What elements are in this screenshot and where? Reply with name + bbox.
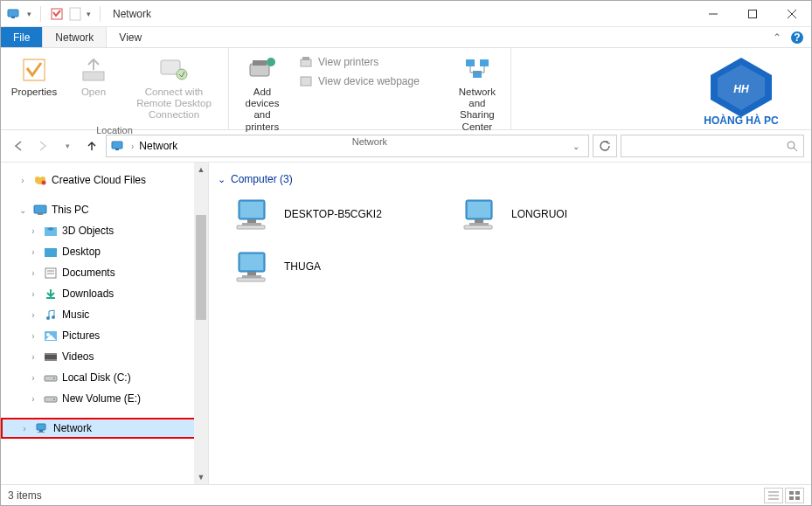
- tree-item-local-disk-c-[interactable]: ›Local Disk (C:): [1, 367, 208, 388]
- ribbon: Properties Open Connect with Remote Desk…: [1, 48, 811, 130]
- computer-longruoi[interactable]: LONGRUOI: [462, 192, 672, 236]
- forward-button[interactable]: [32, 135, 53, 156]
- svg-rect-14: [250, 64, 269, 76]
- tree-item-videos[interactable]: ›Videos: [1, 346, 208, 367]
- expander-icon[interactable]: ›: [27, 310, 39, 320]
- folder-dl-icon: [43, 288, 59, 300]
- svg-point-34: [42, 181, 46, 185]
- tree-scrollbar[interactable]: ▲ ▼: [194, 163, 208, 484]
- tree-item-new-volume-e-[interactable]: ›New Volume (E:): [1, 388, 208, 409]
- svg-rect-36: [38, 213, 43, 215]
- connect-rdp-button[interactable]: Connect with Remote Desktop Connection: [125, 53, 223, 123]
- scroll-thumb[interactable]: [196, 215, 206, 320]
- content-pane[interactable]: ⌄ Computer (3) DESKTOP-B5CGKI2LONGRUOITH…: [209, 163, 811, 484]
- folder-pics-icon: [43, 329, 59, 342]
- chevron-down-icon[interactable]: ▾: [27, 10, 31, 18]
- tree-item-pictures[interactable]: ›Pictures: [1, 325, 208, 346]
- back-button[interactable]: [8, 135, 29, 156]
- tree-item-music[interactable]: ›Music: [1, 304, 208, 325]
- scroll-down-arrow[interactable]: ▼: [194, 470, 208, 484]
- svg-point-16: [267, 58, 275, 66]
- tab-network[interactable]: Network: [42, 27, 107, 47]
- quick-access-toolbar: ▾ ▾: [6, 6, 104, 22]
- tree-item-3d-objects[interactable]: ›3D Objects: [1, 220, 208, 241]
- view-printers-button[interactable]: View printers: [294, 53, 425, 71]
- addr-dropdown-icon[interactable]: ⌄: [567, 142, 585, 151]
- help-icon[interactable]: ?: [790, 31, 804, 45]
- qat-dropdown-icon[interactable]: ▾: [87, 10, 91, 18]
- expander-icon[interactable]: ›: [27, 226, 39, 236]
- add-devices-button[interactable]: Add devices and printers: [234, 53, 290, 135]
- chevron-down-icon: ⌄: [218, 174, 226, 185]
- expander-icon[interactable]: ›: [27, 289, 39, 299]
- expander-icon[interactable]: ›: [27, 352, 39, 362]
- nav-tree[interactable]: ›Creative Cloud Files⌄This PC›3D Objects…: [1, 163, 209, 484]
- tree-item-creative-cloud-files[interactable]: ›Creative Cloud Files: [1, 170, 208, 191]
- svg-rect-65: [468, 202, 490, 218]
- breadcrumb-network[interactable]: Network: [139, 140, 177, 152]
- minimize-button[interactable]: [693, 1, 732, 27]
- expander-icon[interactable]: ›: [18, 424, 31, 433]
- computer-thuga[interactable]: THUGA: [235, 245, 445, 288]
- network-sharing-center-button[interactable]: Network and Sharing Center: [449, 53, 505, 135]
- svg-rect-35: [34, 205, 46, 213]
- svg-rect-5: [748, 10, 756, 17]
- svg-rect-56: [37, 424, 45, 430]
- expander-icon[interactable]: ›: [27, 331, 39, 341]
- svg-rect-15: [253, 60, 267, 66]
- expander-icon[interactable]: ›: [27, 247, 39, 257]
- search-box[interactable]: [621, 135, 804, 157]
- maximize-button[interactable]: [732, 1, 772, 27]
- computer-name: LONGRUOI: [511, 208, 567, 220]
- svg-point-13: [177, 69, 187, 80]
- properties-qat-icon[interactable]: [50, 7, 64, 21]
- expander-icon[interactable]: ⌄: [17, 205, 29, 215]
- tab-file[interactable]: File: [1, 27, 42, 47]
- svg-rect-77: [789, 491, 794, 495]
- properties-button[interactable]: Properties: [6, 53, 62, 100]
- up-button[interactable]: [81, 135, 102, 156]
- svg-line-30: [794, 148, 797, 151]
- scroll-up-arrow[interactable]: ▲: [194, 163, 208, 177]
- expander-icon[interactable]: ›: [27, 268, 39, 278]
- expander-icon[interactable]: ›: [17, 176, 29, 185]
- expander-icon[interactable]: ›: [27, 394, 39, 404]
- refresh-button[interactable]: [593, 135, 617, 157]
- tree-item-network[interactable]: ›Network: [1, 418, 208, 439]
- nsc-icon: [463, 55, 491, 85]
- properties-icon: [20, 55, 48, 85]
- svg-rect-39: [45, 248, 57, 257]
- svg-rect-73: [237, 278, 265, 281]
- svg-rect-20: [466, 59, 475, 66]
- open-button[interactable]: Open: [66, 53, 121, 100]
- group-header-computer[interactable]: ⌄ Computer (3): [218, 173, 802, 185]
- window-title: Network: [113, 8, 151, 20]
- blank-qat-icon[interactable]: [69, 7, 81, 21]
- svg-rect-10: [24, 59, 45, 80]
- chevron-right-icon[interactable]: ›: [131, 142, 134, 151]
- tree-item-desktop[interactable]: ›Desktop: [1, 241, 208, 262]
- expander-icon[interactable]: ›: [27, 373, 39, 383]
- view-details-button[interactable]: [764, 488, 783, 503]
- collapse-ribbon-icon[interactable]: ⌃: [773, 31, 781, 44]
- title-bar: ▾ ▾ Network: [1, 1, 811, 27]
- nav-row: ▾ › Network ⌄: [1, 130, 811, 162]
- view-device-webpage-button[interactable]: View device webpage: [294, 73, 425, 90]
- view-large-icons-button[interactable]: [785, 488, 804, 503]
- computer-desktop-b5cgki2[interactable]: DESKTOP-B5CGKI2: [235, 192, 445, 236]
- close-button[interactable]: [772, 1, 811, 27]
- svg-rect-0: [8, 10, 18, 17]
- tree-item-this-pc[interactable]: ⌄This PC: [1, 199, 208, 220]
- tree-item-label: Pictures: [62, 329, 100, 342]
- address-bar[interactable]: › Network ⌄: [106, 135, 589, 157]
- recent-locations-button[interactable]: ▾: [57, 135, 78, 156]
- svg-rect-50: [45, 353, 57, 355]
- folder-3d-icon: [43, 225, 59, 237]
- tree-item-downloads[interactable]: ›Downloads: [1, 283, 208, 304]
- svg-rect-60: [240, 202, 263, 218]
- computer-name: DESKTOP-B5CGKI2: [284, 208, 382, 220]
- tab-view[interactable]: View: [107, 27, 154, 47]
- drive-icon: [43, 371, 59, 384]
- tree-item-documents[interactable]: ›Documents: [1, 262, 208, 283]
- svg-point-44: [46, 316, 50, 320]
